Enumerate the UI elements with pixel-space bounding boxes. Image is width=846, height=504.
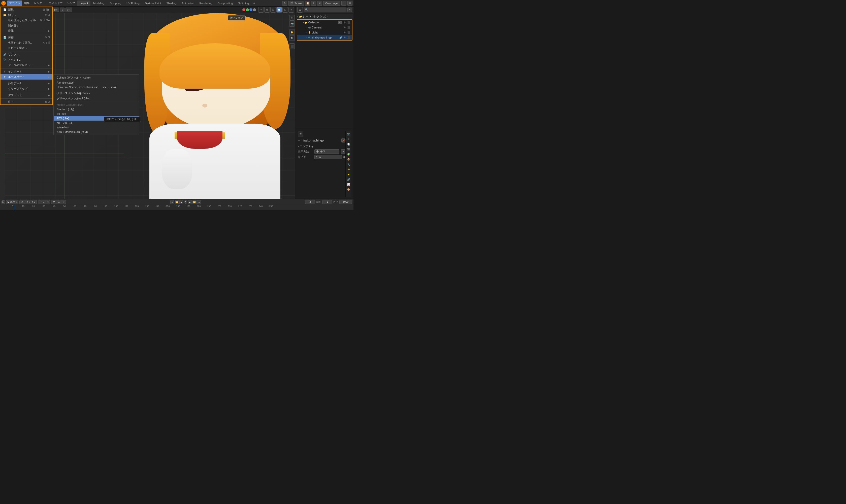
esm-wavefront[interactable]: Wavefront: [54, 125, 139, 130]
scene-remove-icon[interactable]: ✕: [317, 1, 322, 6]
esm-alembic[interactable]: Alembic (.abc): [54, 80, 139, 85]
tab-rendering[interactable]: Rendering: [197, 0, 215, 6]
step-back-btn[interactable]: ⏪: [175, 200, 179, 204]
object-restrict-icon[interactable]: ⬛: [347, 36, 350, 39]
object-eye-icon[interactable]: 👁: [343, 36, 346, 39]
light-restrict-icon[interactable]: ⬛: [347, 31, 350, 34]
jump-start-btn[interactable]: ⏮: [170, 200, 174, 204]
prop-data-icon[interactable]: 📊: [346, 182, 351, 187]
view-layer-add-icon[interactable]: +: [341, 1, 346, 6]
viewport-shading-solid[interactable]: ⬟: [276, 7, 282, 13]
view-move-btn[interactable]: ✋: [289, 29, 295, 35]
prop-modifier-icon[interactable]: 🔧: [346, 162, 351, 167]
viewport-shading-mat[interactable]: ⬠: [282, 7, 288, 13]
end-frame-input[interactable]: 6000: [339, 200, 352, 204]
viewport-snap-button[interactable]: ⊡▾: [53, 7, 59, 12]
step-forward-btn[interactable]: ⏩: [192, 200, 196, 204]
start-frame-input[interactable]: 1: [322, 200, 332, 204]
prop-constraints-icon[interactable]: 🔗: [346, 177, 351, 182]
view-btn[interactable]: ビュー ▾: [38, 200, 50, 204]
gizmo-dot-grey[interactable]: [253, 8, 256, 11]
viewport-mirror-button[interactable]: ⟺: [66, 7, 72, 12]
outliner-filter-btn[interactable]: ▾: [347, 7, 352, 12]
view-layer-remove-icon[interactable]: ✕: [347, 1, 352, 6]
size-keyframe-dot[interactable]: [343, 156, 345, 158]
fm-defaults[interactable]: デフォルト ▶: [0, 93, 52, 98]
fm-save-as[interactable]: 名前をつけて保存... ⌘ ⇧ S: [0, 40, 52, 45]
fm-external-data[interactable]: 外部データ ▶: [0, 81, 52, 86]
prop-output-icon[interactable]: 🖨: [346, 137, 351, 142]
light-item[interactable]: ▷ 💡 Light 👁 ⬛: [297, 30, 352, 35]
engine-selector-icon[interactable]: ⚙: [282, 1, 287, 6]
option-button[interactable]: オプション: [228, 15, 245, 20]
scene-controls-icon[interactable]: 📋: [305, 1, 310, 6]
object-item[interactable]: ▷ ✏ miraikomachi_gp 🔗 👁 ⬛: [297, 35, 352, 40]
tab-animation[interactable]: Animation: [179, 0, 197, 6]
esm-usd[interactable]: Universal Scene Description (.usd, .usdc…: [54, 85, 139, 89]
current-frame-input[interactable]: 2: [305, 200, 315, 204]
esm-stl[interactable]: Stl (.stl): [54, 111, 139, 116]
scene-add-icon[interactable]: +: [311, 1, 316, 6]
gizmo-dot-green[interactable]: [246, 8, 249, 11]
fm-quit[interactable]: 終了 ⌘ Q: [0, 99, 52, 105]
prop-physics-icon[interactable]: ⚡: [346, 172, 351, 177]
fm-link[interactable]: 🔗 リンク...: [0, 52, 52, 57]
gizmo-dot-red[interactable]: [242, 8, 245, 11]
tab-uv-editing[interactable]: UV Editing: [124, 0, 142, 6]
render-menu-item[interactable]: レンダー: [32, 0, 47, 6]
camera-restrict-icon[interactable]: ⬛: [347, 26, 350, 29]
fm-append[interactable]: 📎 アペンド...: [0, 57, 52, 62]
marker-btn[interactable]: マーカー ▾: [51, 200, 66, 204]
playback-btn[interactable]: ▶ 再生 ▾: [6, 200, 18, 204]
view-camera-btn[interactable]: 📷: [289, 21, 295, 27]
outliner-search-input[interactable]: [304, 7, 346, 12]
help-menu-item[interactable]: ヘルプ: [65, 0, 77, 6]
tab-modeling[interactable]: Modeling: [91, 0, 107, 6]
viewport-proportional-button[interactable]: ○: [60, 7, 65, 12]
timeline-ruler[interactable]: 0 10 20 30 40 50 60 70 80 90 100 110 120…: [0, 205, 353, 210]
fm-export[interactable]: ⬆ エクスポート ▶ Collada (デフォルト) (.dae) Alembi…: [0, 74, 52, 79]
scene-selector[interactable]: 🎬 Scene: [288, 1, 304, 6]
tab-shading[interactable]: Shading: [164, 0, 179, 6]
esm-grease-pdf[interactable]: グリースペンシルをPDFへ: [54, 96, 139, 101]
viewport-gizmo-icon[interactable]: ⊕: [264, 7, 270, 13]
viewport-overlay-icon[interactable]: 👁: [258, 7, 264, 13]
keying-btn[interactable]: キーイング ▾: [19, 200, 37, 204]
viewport-shading-render[interactable]: ☀: [289, 7, 294, 13]
tab-compositing[interactable]: Compositing: [215, 0, 235, 6]
view-perspective-btn[interactable]: ⬡: [289, 15, 295, 21]
esm-fbx[interactable]: FBX (.fbx) FBX ファイルを出力します。: [54, 116, 139, 121]
jump-end-btn[interactable]: ⏭: [197, 200, 201, 204]
tab-layout[interactable]: Layout: [77, 0, 90, 6]
fm-data-preview[interactable]: データのプレビュー ▶: [0, 62, 52, 68]
esm-grease-svg[interactable]: グリースペンシルをSVGへ: [54, 91, 139, 96]
fm-new[interactable]: 📄 新規 ⌘ N ▶: [0, 7, 52, 12]
collection-checkbox[interactable]: ✓: [338, 21, 342, 24]
camera-item[interactable]: ▷ 📷 Camera 👁 ⬛: [297, 25, 352, 30]
fm-cleanup[interactable]: クリーンアップ ▶: [0, 86, 52, 91]
prop-render-icon[interactable]: 📷: [346, 132, 351, 137]
object-link-icon[interactable]: 🔗: [339, 36, 342, 39]
gizmo-dot-blue[interactable]: [249, 8, 253, 11]
window-menu-item[interactable]: ウィンドウ: [47, 0, 65, 6]
edit-menu-item[interactable]: 編集: [22, 0, 32, 6]
empty-section[interactable]: ▾ エンプティ: [298, 144, 345, 148]
display-value-btn[interactable]: 十 十字: [314, 149, 339, 154]
fm-open[interactable]: 📂 開く... ⌘ O: [0, 12, 52, 18]
view-layer-selector[interactable]: View Layer: [323, 1, 340, 6]
fm-import[interactable]: ⬇ インポート ▶: [0, 69, 52, 74]
outliner-mode-icon[interactable]: ☰: [297, 7, 303, 13]
playhead[interactable]: [14, 205, 14, 210]
tab-texture-paint[interactable]: Texture Paint: [142, 0, 163, 6]
collection-restrict-icon[interactable]: ⬛: [347, 21, 350, 24]
esm-stanford[interactable]: Stanford (.ply): [54, 107, 139, 111]
esm-gltf[interactable]: glTF 2.0 (...): [54, 121, 139, 125]
fm-recover[interactable]: 復元 ▶: [0, 28, 52, 34]
fm-save-copy[interactable]: コピーを保存...: [0, 45, 52, 51]
fm-recent[interactable]: 最近使用したファイル ⌘ ⇧ O ▶: [0, 18, 52, 23]
prop-particles-icon[interactable]: ✨: [346, 167, 351, 172]
prop-object-icon[interactable]: 📦: [346, 157, 351, 162]
play-forward-btn[interactable]: ▶: [188, 200, 192, 204]
tab-scripting[interactable]: Scripting: [236, 0, 252, 6]
esm-collada[interactable]: Collada (デフォルト) (.dae): [54, 75, 139, 80]
